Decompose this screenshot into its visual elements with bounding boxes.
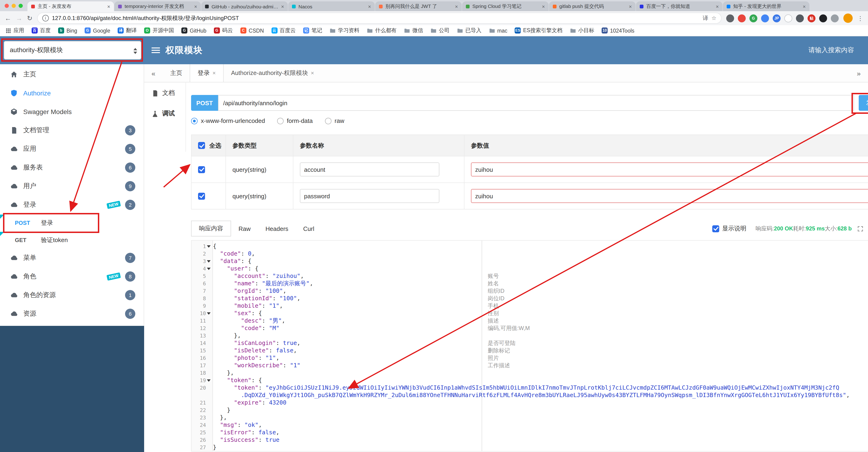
fold-caret-icon[interactable] bbox=[206, 245, 212, 247]
param-name-input[interactable] bbox=[300, 163, 439, 176]
sidebar-item-resource[interactable]: 资源6 bbox=[0, 305, 144, 323]
browser-menu-icon[interactable]: ⋮ bbox=[857, 15, 863, 22]
tab-close-icon[interactable]: × bbox=[716, 3, 719, 9]
bookmark-item[interactable]: CCSDN bbox=[240, 27, 264, 33]
tab-close-icon[interactable]: × bbox=[311, 70, 314, 76]
red-ext-icon[interactable] bbox=[738, 14, 746, 22]
fold-caret-icon[interactable] bbox=[206, 312, 212, 314]
param-value-input[interactable] bbox=[471, 189, 868, 203]
api-path-input[interactable] bbox=[218, 95, 854, 111]
tabs-scroll-right-icon[interactable]: » bbox=[849, 64, 868, 82]
bookmark-item[interactable]: 记笔记 bbox=[303, 27, 322, 34]
maximize-window-icon[interactable] bbox=[19, 4, 23, 8]
clip-ext-icon[interactable]: 贴 bbox=[808, 14, 815, 22]
radio-icon[interactable] bbox=[191, 117, 197, 124]
bookmark-item[interactable]: 已导入 bbox=[457, 27, 482, 34]
shield-ext-icon[interactable] bbox=[796, 14, 804, 22]
module-select[interactable]: authority-权限模块 bbox=[4, 41, 141, 60]
bookmark-item[interactable]: 什么都有 bbox=[367, 27, 397, 34]
bookmark-item[interactable]: 应用 bbox=[6, 27, 24, 34]
site-info-icon[interactable]: i bbox=[42, 15, 49, 21]
param-name-input[interactable] bbox=[300, 189, 439, 203]
reload-icon[interactable]: ↻ bbox=[27, 15, 32, 21]
tab-close-icon[interactable]: × bbox=[281, 3, 284, 9]
forward-icon[interactable]: → bbox=[16, 15, 22, 21]
bookmark-item[interactable]: GGitHub bbox=[181, 27, 207, 33]
sidebar-item-login[interactable]: 登录NEW2 bbox=[0, 196, 144, 214]
browser-tab[interactable]: 别再问我什么是 JWT 了× bbox=[375, 1, 462, 11]
fullscreen-icon[interactable] bbox=[857, 226, 863, 232]
sidebar-item-user[interactable]: 用户9 bbox=[0, 177, 144, 196]
send-button[interactable]: 发送 bbox=[859, 95, 868, 111]
browser-tab[interactable]: temporary-interior 开发文档× bbox=[114, 1, 201, 11]
bookmark-star-icon[interactable]: ☆ bbox=[711, 15, 716, 21]
translate-icon[interactable]: 译 bbox=[703, 14, 708, 22]
tab-close-icon[interactable]: × bbox=[213, 70, 216, 76]
response-tab-Headers[interactable]: Headers bbox=[258, 221, 296, 236]
response-tab-响应内容[interactable]: 响应内容 bbox=[191, 221, 231, 236]
close-window-icon[interactable] bbox=[5, 4, 9, 8]
jp-ext-icon[interactable]: JP bbox=[773, 14, 781, 22]
bookmark-item[interactable]: ESES搜索引擎文档 bbox=[515, 27, 563, 34]
address-bar[interactable]: i 127.0.0.1:8760/api/gate/doc.html#/auth… bbox=[37, 12, 721, 24]
tab-close-icon[interactable]: × bbox=[455, 3, 458, 9]
screenshot-ext-icon[interactable] bbox=[726, 14, 734, 22]
tab-close-icon[interactable]: × bbox=[803, 3, 806, 9]
response-tab-Curl[interactable]: Curl bbox=[296, 221, 322, 236]
bookmark-item[interactable]: mac bbox=[489, 27, 507, 33]
blue-ext-icon[interactable] bbox=[761, 14, 769, 22]
sidebar-item-service-table[interactable]: 服务表6 bbox=[0, 158, 144, 177]
body-type-option[interactable]: x-www-form-urlencoded bbox=[191, 117, 265, 124]
radio-icon[interactable] bbox=[325, 117, 331, 124]
browser-tab[interactable]: gitlab push 提交代码× bbox=[549, 1, 636, 11]
sidebar-item-doc-manage[interactable]: 文档管理3 bbox=[0, 121, 144, 140]
sidebar-item-menu[interactable]: 菜单7 bbox=[0, 249, 144, 267]
profile-avatar[interactable] bbox=[843, 13, 852, 23]
green-ext-icon[interactable]: G bbox=[749, 14, 757, 22]
search-input[interactable]: 请输入搜索内容 bbox=[808, 46, 854, 54]
back-icon[interactable]: ← bbox=[5, 15, 11, 21]
browser-tab[interactable]: Spring Cloud 学习笔记× bbox=[462, 1, 549, 11]
tab-close-icon[interactable]: × bbox=[368, 3, 371, 9]
select-all-checkbox[interactable] bbox=[198, 142, 205, 149]
browser-tab[interactable]: GitHub - zuihou/zuihou-admin-cloud× bbox=[201, 1, 288, 11]
dark-ext-icon[interactable] bbox=[819, 14, 827, 22]
fold-caret-icon[interactable] bbox=[206, 379, 212, 382]
sidebar-item-application[interactable]: 应用5 bbox=[0, 140, 144, 158]
white-ext-icon[interactable] bbox=[784, 14, 792, 22]
body-type-option[interactable]: raw bbox=[325, 117, 344, 124]
tab-close-icon[interactable]: × bbox=[194, 3, 197, 9]
bookmark-item[interactable]: 微信 bbox=[404, 27, 423, 34]
sidebar-item-authorize[interactable]: Authorize bbox=[0, 84, 144, 103]
browser-tab[interactable]: Nacos× bbox=[288, 1, 375, 11]
fold-caret-icon[interactable] bbox=[206, 267, 212, 270]
browser-tab[interactable]: 知乎 - 发现更大的世界× bbox=[723, 1, 809, 11]
fold-caret-icon[interactable] bbox=[206, 260, 212, 262]
document-tab[interactable]: 登录× bbox=[190, 64, 224, 82]
url-text[interactable]: 127.0.0.1:8760/api/gate/doc.html#/author… bbox=[52, 14, 699, 22]
show-description-checkbox[interactable] bbox=[712, 225, 719, 232]
bookmark-item[interactable]: 公司 bbox=[431, 27, 450, 34]
sidebar-item-swagger-models[interactable]: Swagger Models bbox=[0, 103, 144, 121]
bookmark-item[interactable]: 小目标 bbox=[570, 27, 594, 34]
browser-tab[interactable]: 主页 - 灰度发布× bbox=[27, 1, 114, 11]
sidebar-item-role-resource[interactable]: 角色的资源1 bbox=[0, 286, 144, 305]
response-tab-Raw[interactable]: Raw bbox=[231, 221, 258, 236]
sidebar-item-verify-token-get[interactable]: GET验证token bbox=[0, 231, 144, 249]
document-tab[interactable]: Authorize-authority-权限模块× bbox=[224, 64, 321, 82]
bookmark-item[interactable]: G码云 bbox=[214, 27, 233, 34]
bookmark-item[interactable]: 译翻译 bbox=[118, 27, 137, 34]
tab-close-icon[interactable]: × bbox=[629, 3, 632, 9]
menu-toggle-icon[interactable] bbox=[152, 48, 160, 53]
sidebar-item-home[interactable]: 主页 bbox=[0, 65, 144, 84]
param-value-input[interactable] bbox=[471, 163, 868, 176]
body-type-option[interactable]: form-data bbox=[277, 117, 313, 124]
bookmark-item[interactable]: 101024Tools bbox=[601, 27, 634, 33]
tool-调试[interactable]: 调试 bbox=[144, 103, 186, 124]
bookmark-item[interactable]: 云百度云 bbox=[271, 27, 296, 34]
sidebar-item-login-post[interactable]: POST登录 bbox=[0, 214, 144, 231]
puzzle-ext-icon[interactable] bbox=[831, 14, 839, 22]
param-checkbox[interactable] bbox=[198, 166, 205, 173]
show-description-toggle[interactable]: 显示说明 bbox=[712, 224, 746, 233]
tab-close-icon[interactable]: × bbox=[542, 3, 545, 9]
